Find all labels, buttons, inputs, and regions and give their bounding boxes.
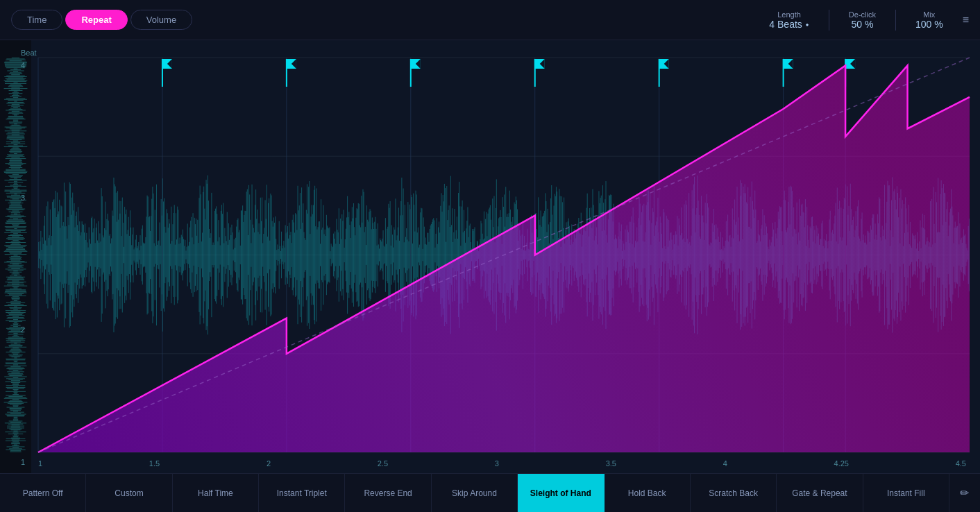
preset-half-time[interactable]: Half Time [173,474,259,512]
tab-group: Time Repeat Volume [11,10,192,30]
preset-custom[interactable]: Custom [86,474,172,512]
preset-reverse-end[interactable]: Reverse End [345,474,431,512]
mix-settings-icon[interactable]: ≡ [963,14,969,26]
preset-sleight-of-hand[interactable]: Sleight of Hand [518,474,604,512]
bottom-bar: Pattern Off Custom Half Time Instant Tri… [0,473,980,512]
mix-label: Mix [923,10,935,19]
preset-instant-triplet[interactable]: Instant Triplet [259,474,345,512]
declick-param: De-click 50 % [849,10,876,30]
preset-instant-fill[interactable]: Instant Fill [863,474,949,512]
main-area: Beat 4 3 2 1 1 1.5 2 2.5 3 3.5 4 4.25 4.… [0,40,980,473]
tab-time[interactable]: Time [11,10,62,30]
declick-label: De-click [849,10,876,19]
top-right: Length 4 Beats ⬥ De-click 50 % Mix 100 %… [769,10,969,31]
length-param: Length 4 Beats ⬥ [769,10,809,30]
beat-label: Beat [21,49,37,57]
preset-gate-repeat[interactable]: Gate & Repeat [777,474,863,512]
divider-1 [829,10,829,31]
length-label: Length [777,10,801,19]
preset-scratch-back[interactable]: Scratch Back [691,474,777,512]
mix-param: Mix 100 % [915,10,943,30]
preset-skip-around[interactable]: Skip Around [432,474,518,512]
length-chevron-icon: ⬥ [805,20,809,28]
divider-2 [895,10,896,31]
edit-button[interactable]: ✏ [949,474,980,512]
mix-value[interactable]: 100 % [915,19,943,30]
waveform-canvas[interactable] [0,40,980,473]
preset-pattern-off[interactable]: Pattern Off [0,474,86,512]
preset-hold-back[interactable]: Hold Back [605,474,691,512]
length-value[interactable]: 4 Beats ⬥ [769,19,809,30]
tab-volume[interactable]: Volume [130,10,192,30]
tab-repeat[interactable]: Repeat [65,10,127,30]
declick-value[interactable]: 50 % [851,19,873,30]
top-bar: Time Repeat Volume Length 4 Beats ⬥ De-c… [0,0,980,40]
